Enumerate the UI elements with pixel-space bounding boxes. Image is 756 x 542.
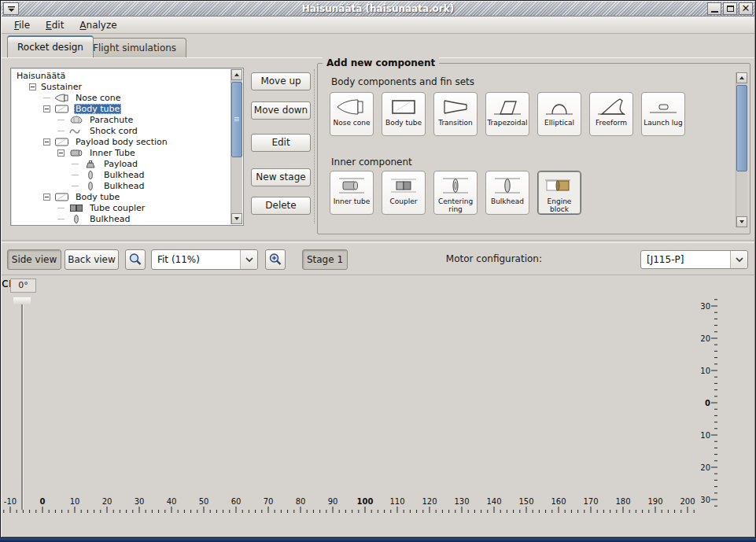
back-view-button[interactable]: Back view [65,249,119,270]
panel-splitter-horizontal[interactable] [2,240,754,243]
add-nose-cone-button[interactable]: Nose cone [330,92,374,136]
add-transition-button[interactable]: Transition [433,92,478,136]
svg-text:50: 50 [199,497,209,506]
tree-item-label: Haisunäätä [15,71,67,81]
tree-item-inner-tube[interactable]: Inner Tube [12,147,230,158]
innertube-icon [68,148,85,158]
arrow-up-icon [234,73,239,76]
collapse-icon[interactable] [43,105,50,112]
svg-text:110: 110 [389,497,404,506]
tree-item-bulkhead[interactable]: Bulkhead [12,180,230,191]
delete-button[interactable]: Delete [251,197,311,215]
tree-item-payload[interactable]: Payload [12,158,230,169]
titlebar[interactable]: Haisunäätä (haisunaata.ork) ✕ [2,2,754,17]
rotation-slider-track[interactable] [21,300,24,510]
bulkhead-icon [82,181,99,191]
svg-text:-20: -20 [701,334,710,343]
transition-icon [438,95,473,119]
zoom-in-icon [268,253,282,267]
component-label: Engine block [538,197,581,213]
shockcord-icon [68,126,85,136]
tree-item-body-tube[interactable]: Body tube [12,191,230,202]
tree-item-label: Payload body section [74,137,169,147]
tree-connector [72,164,79,164]
panel-splitter-vertical[interactable] [314,69,315,223]
stage-1-toggle[interactable]: Stage 1 [302,249,348,270]
scroll-down-button[interactable] [231,213,242,224]
scrollbar-thumb[interactable] [736,85,747,171]
horizontal-ruler: -100102030405060708090100110120130140150… [2,496,697,513]
zoom-in-button[interactable] [265,249,286,270]
edit-button[interactable]: Edit [251,134,311,152]
menu-file[interactable]: File [6,18,38,32]
motor-config-select[interactable]: [J115-P] [640,250,748,269]
scroll-up-button[interactable] [736,72,747,83]
tree-item-label: Body tube [74,192,121,202]
scrollbar-thumb[interactable] [231,82,242,157]
tree-item-parachute[interactable]: Parachute [12,114,230,125]
component-scrollbar[interactable] [736,72,747,227]
tree-item-label: Bulkhead [88,214,131,224]
menu-analyze[interactable]: Analyze [72,18,124,32]
add-body-tube-button[interactable]: Body tube [382,92,426,136]
scroll-down-button[interactable] [736,216,747,227]
tree-item-bulkhead[interactable]: Bulkhead [12,213,230,224]
collapse-icon[interactable] [57,149,65,157]
tab-rocket-design[interactable]: Rocket design [7,35,94,57]
menu-edit[interactable]: Edit [38,18,72,32]
move-down-button[interactable]: Move down [251,101,311,120]
add-coupler-button[interactable]: Coupler [382,171,426,215]
tab-flight-simulations[interactable]: Flight simulations [83,38,186,57]
tree-item-payload-body-section[interactable]: Payload body section [12,136,230,147]
dropdown-button[interactable] [730,251,747,268]
svg-text:20: 20 [102,497,112,506]
rocket-design-panel: HaisunäätäSustainerNose coneBody tubePar… [2,57,754,246]
move-up-button[interactable]: Move up [251,72,311,90]
add-elliptical-button[interactable]: Elliptical [537,92,581,136]
tree-item-bulkhead[interactable]: Bulkhead [12,169,230,180]
close-button[interactable]: ✕ [739,2,753,15]
innertube-icon [334,174,369,197]
add-freeform-button[interactable]: Freeform [589,92,633,136]
new-stage-button[interactable]: New stage [251,168,311,186]
side-view-button[interactable]: Side view [7,249,61,270]
add-launch-lug-button[interactable]: Launch lug [641,92,685,136]
minimize-button[interactable] [707,2,721,15]
tree-item-tube-coupler[interactable]: Tube coupler [12,202,230,213]
tabbar: Rocket designFlight simulations [2,34,754,57]
zoom-out-button[interactable] [125,249,146,270]
svg-text:100: 100 [357,497,374,506]
add-trapezoidal-button[interactable]: Trapezoidal [485,92,529,136]
tree-item-haisunäätä[interactable]: Haisunäätä [12,70,230,81]
freeform-icon [594,95,629,119]
tree-item-sustainer[interactable]: Sustainer [12,81,230,92]
collapse-icon[interactable] [43,194,50,201]
motor-config-value: [J115-P] [641,254,730,265]
tree-connector [57,219,65,219]
tree-scrollbar[interactable] [230,69,242,224]
scroll-up-button[interactable] [231,69,242,80]
add-engine-block-button[interactable]: Engine block [537,171,581,215]
elliptical-icon [542,95,577,119]
svg-text:80: 80 [296,497,306,506]
collapse-icon[interactable] [29,83,36,90]
minimize-icon [711,11,718,13]
group-label-inner: Inner component [331,157,412,168]
engineblock-icon [542,174,577,197]
tree-item-label: Bulkhead [102,181,146,191]
add-inner-tube-button[interactable]: Inner tube [330,171,374,215]
svg-text:180: 180 [615,497,630,506]
rotation-slider-handle[interactable] [13,297,31,304]
collapse-icon[interactable] [43,138,50,146]
add-centering-ring-button[interactable]: Centering ring [433,171,478,215]
svg-text:60: 60 [231,497,242,506]
tree-item-body-tube[interactable]: Body tube [12,103,230,114]
add-bulkhead-button[interactable]: Bulkhead [485,171,529,215]
maximize-button[interactable] [723,2,737,15]
svg-text:10: 10 [701,431,710,440]
zoom-select[interactable]: Fit (11%) [151,249,258,270]
dropdown-button[interactable] [240,250,257,269]
tree-item-nose-cone[interactable]: Nose cone [12,92,230,103]
tree-item-shock-cord[interactable]: Shock cord [12,125,230,136]
chevron-down-icon [735,257,744,263]
